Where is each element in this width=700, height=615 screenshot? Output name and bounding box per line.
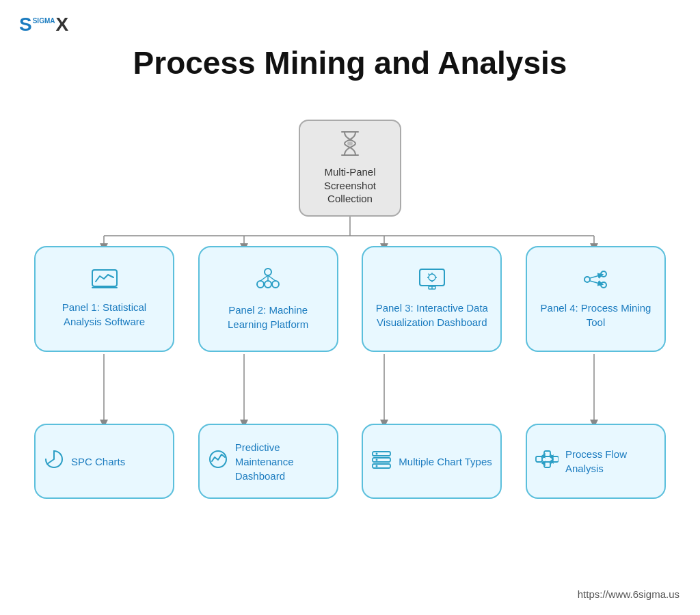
root-icon [339, 131, 361, 161]
panel-3-box: Panel 3: Interactive Data Visualization … [362, 246, 502, 352]
child-2-icon [208, 449, 228, 474]
logo: S SIGMA X [19, 15, 68, 34]
panel-4-label: Panel 4: Process Mining Tool [535, 301, 656, 329]
child-1-label: SPC Charts [71, 454, 125, 469]
svg-point-40 [376, 465, 378, 467]
child-2-label: Predictive Maintenance Dashboard [235, 440, 329, 483]
child-4-icon [535, 449, 558, 474]
child-3-label: Multiple Chart Types [399, 454, 492, 469]
svg-line-26 [428, 274, 429, 275]
svg-point-13 [265, 269, 271, 275]
svg-rect-44 [552, 456, 558, 462]
child-3-box: Multiple Chart Types [362, 424, 502, 499]
svg-point-10 [347, 141, 353, 146]
panels-row: Panel 1: Statistical Analysis Software P… [34, 246, 666, 352]
logo-sigma: SIGMA [33, 18, 55, 25]
svg-point-14 [257, 281, 264, 288]
svg-rect-20 [420, 269, 444, 286]
svg-line-46 [542, 460, 544, 464]
svg-rect-36 [373, 458, 390, 462]
svg-rect-37 [373, 464, 390, 468]
child-1-icon [44, 449, 64, 474]
svg-rect-43 [544, 462, 550, 467]
svg-point-16 [265, 281, 271, 288]
url-text: https://www.6sigma.us [578, 588, 679, 600]
logo-s: S [19, 15, 32, 34]
svg-rect-35 [373, 452, 390, 456]
panel-2-icon [255, 266, 281, 297]
logo-x: X [55, 15, 68, 34]
panel-3-label: Panel 3: Interactive Data Visualization … [371, 301, 492, 329]
page-title: Process Mining and Analysis [0, 44, 700, 81]
child-4-label: Process Flow Analysis [565, 447, 656, 476]
panel-2-label: Panel 2: Machine Learning Platform [208, 303, 329, 331]
child-1-box: SPC Charts [34, 424, 174, 499]
svg-point-29 [584, 277, 590, 282]
panel-2-box: Panel 2: Machine Learning Platform [198, 246, 338, 352]
child-2-box: Predictive Maintenance Dashboard [198, 424, 338, 499]
child-3-icon [371, 449, 392, 474]
panel-3-icon [419, 269, 445, 295]
child-4-box: Process Flow Analysis [526, 424, 666, 499]
root-label: Multi-Panel Screenshot Collection [307, 165, 393, 206]
svg-point-38 [376, 453, 378, 455]
svg-line-17 [260, 275, 268, 281]
svg-point-21 [429, 274, 435, 281]
children-row: SPC Charts Predictive Maintenance Dashbo… [34, 424, 666, 499]
svg-point-31 [601, 282, 606, 288]
svg-rect-41 [536, 456, 542, 462]
svg-line-19 [268, 275, 275, 281]
panel-4-box: Panel 4: Process Mining Tool [526, 246, 666, 352]
root-node: Multi-Panel Screenshot Collection [299, 120, 401, 217]
svg-line-33 [590, 281, 601, 284]
svg-rect-42 [544, 451, 550, 456]
panel-1-box: Panel 1: Statistical Analysis Software [34, 246, 174, 352]
panel-1-icon [92, 269, 118, 295]
svg-line-32 [590, 275, 601, 279]
panel-1-label: Panel 1: Statistical Analysis Software [44, 300, 165, 329]
svg-point-30 [601, 271, 606, 277]
svg-point-15 [272, 281, 279, 288]
svg-point-39 [376, 459, 378, 461]
panel-4-icon [583, 269, 608, 295]
